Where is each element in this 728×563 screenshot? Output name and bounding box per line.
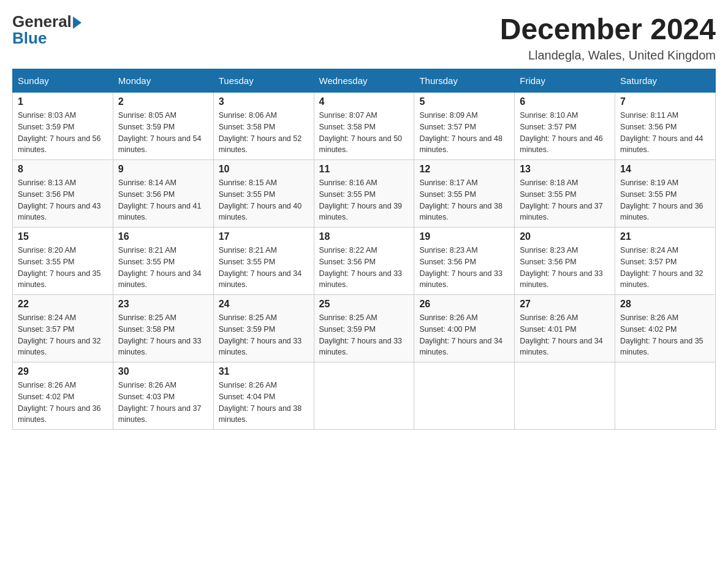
week-row-1: 1 Sunrise: 8:03 AM Sunset: 3:59 PM Dayli… [13,93,716,160]
calendar-cell: 8 Sunrise: 8:13 AM Sunset: 3:56 PM Dayli… [13,160,113,228]
day-info: Sunrise: 8:07 AM Sunset: 3:58 PM Dayligh… [319,110,409,156]
day-number: 13 [520,164,610,175]
day-info: Sunrise: 8:18 AM Sunset: 3:55 PM Dayligh… [520,177,610,223]
day-info: Sunrise: 8:26 AM Sunset: 4:02 PM Dayligh… [620,312,710,358]
day-info: Sunrise: 8:26 AM Sunset: 4:04 PM Dayligh… [219,380,309,426]
calendar-cell [515,362,615,430]
day-info: Sunrise: 8:23 AM Sunset: 3:56 PM Dayligh… [419,245,509,291]
day-number: 23 [118,299,208,310]
day-number: 16 [118,231,208,242]
day-info: Sunrise: 8:24 AM Sunset: 3:57 PM Dayligh… [620,245,710,291]
calendar-cell: 28 Sunrise: 8:26 AM Sunset: 4:02 PM Dayl… [615,295,716,362]
day-info: Sunrise: 8:03 AM Sunset: 3:59 PM Dayligh… [18,110,108,156]
calendar-cell [314,362,414,430]
calendar-cell: 27 Sunrise: 8:26 AM Sunset: 4:01 PM Dayl… [515,295,615,362]
day-info: Sunrise: 8:21 AM Sunset: 3:55 PM Dayligh… [219,245,309,291]
day-number: 22 [18,299,108,310]
calendar-cell: 5 Sunrise: 8:09 AM Sunset: 3:57 PM Dayli… [414,93,515,160]
location: Llandegla, Wales, United Kingdom [500,48,716,63]
calendar-cell: 6 Sunrise: 8:10 AM Sunset: 3:57 PM Dayli… [515,93,615,160]
calendar-cell: 22 Sunrise: 8:24 AM Sunset: 3:57 PM Dayl… [13,295,113,362]
day-number: 25 [319,299,409,310]
calendar-header-row: SundayMondayTuesdayWednesdayThursdayFrid… [13,69,716,93]
day-number: 21 [620,231,710,242]
calendar-cell: 18 Sunrise: 8:22 AM Sunset: 3:56 PM Dayl… [314,228,414,295]
calendar-cell: 29 Sunrise: 8:26 AM Sunset: 4:02 PM Dayl… [13,362,113,430]
day-info: Sunrise: 8:25 AM Sunset: 3:59 PM Dayligh… [219,312,309,358]
calendar-cell [414,362,515,430]
calendar-header-thursday: Thursday [414,69,515,93]
day-info: Sunrise: 8:26 AM Sunset: 4:03 PM Dayligh… [118,380,208,426]
month-title: December 2024 [500,12,716,46]
calendar-cell: 19 Sunrise: 8:23 AM Sunset: 3:56 PM Dayl… [414,228,515,295]
day-info: Sunrise: 8:20 AM Sunset: 3:55 PM Dayligh… [18,245,108,291]
day-info: Sunrise: 8:19 AM Sunset: 3:55 PM Dayligh… [620,177,710,223]
calendar-cell: 4 Sunrise: 8:07 AM Sunset: 3:58 PM Dayli… [314,93,414,160]
calendar-cell: 12 Sunrise: 8:17 AM Sunset: 3:55 PM Dayl… [414,160,515,228]
day-number: 28 [620,299,710,310]
day-number: 31 [219,366,309,377]
calendar-cell: 25 Sunrise: 8:25 AM Sunset: 3:59 PM Dayl… [314,295,414,362]
day-number: 30 [118,366,208,377]
day-info: Sunrise: 8:24 AM Sunset: 3:57 PM Dayligh… [18,312,108,358]
day-number: 2 [118,96,208,107]
calendar-cell [615,362,716,430]
calendar-cell: 31 Sunrise: 8:26 AM Sunset: 4:04 PM Dayl… [213,362,314,430]
day-info: Sunrise: 8:26 AM Sunset: 4:01 PM Dayligh… [520,312,610,358]
calendar-header-friday: Friday [515,69,615,93]
logo: General Blue [12,12,82,48]
calendar-cell: 17 Sunrise: 8:21 AM Sunset: 3:55 PM Dayl… [213,228,314,295]
calendar-cell: 26 Sunrise: 8:26 AM Sunset: 4:00 PM Dayl… [414,295,515,362]
day-number: 11 [319,164,409,175]
calendar-header-sunday: Sunday [13,69,113,93]
calendar-cell: 14 Sunrise: 8:19 AM Sunset: 3:55 PM Dayl… [615,160,716,228]
week-row-2: 8 Sunrise: 8:13 AM Sunset: 3:56 PM Dayli… [13,160,716,228]
calendar-table: SundayMondayTuesdayWednesdayThursdayFrid… [12,69,716,430]
day-number: 26 [419,299,509,310]
day-number: 29 [18,366,108,377]
calendar-cell: 7 Sunrise: 8:11 AM Sunset: 3:56 PM Dayli… [615,93,716,160]
day-number: 27 [520,299,610,310]
day-number: 20 [520,231,610,242]
calendar-cell: 20 Sunrise: 8:23 AM Sunset: 3:56 PM Dayl… [515,228,615,295]
calendar-cell: 24 Sunrise: 8:25 AM Sunset: 3:59 PM Dayl… [213,295,314,362]
day-number: 4 [319,96,409,107]
day-number: 9 [118,164,208,175]
calendar-cell: 30 Sunrise: 8:26 AM Sunset: 4:03 PM Dayl… [113,362,213,430]
day-info: Sunrise: 8:17 AM Sunset: 3:55 PM Dayligh… [419,177,509,223]
day-number: 15 [18,231,108,242]
day-number: 6 [520,96,610,107]
week-row-5: 29 Sunrise: 8:26 AM Sunset: 4:02 PM Dayl… [13,362,716,430]
calendar-cell: 23 Sunrise: 8:25 AM Sunset: 3:58 PM Dayl… [113,295,213,362]
day-number: 14 [620,164,710,175]
calendar-cell: 2 Sunrise: 8:05 AM Sunset: 3:59 PM Dayli… [113,93,213,160]
day-number: 12 [419,164,509,175]
calendar-cell: 15 Sunrise: 8:20 AM Sunset: 3:55 PM Dayl… [13,228,113,295]
day-number: 7 [620,96,710,107]
day-info: Sunrise: 8:23 AM Sunset: 3:56 PM Dayligh… [520,245,610,291]
day-number: 19 [419,231,509,242]
calendar-header-tuesday: Tuesday [213,69,314,93]
day-number: 18 [319,231,409,242]
calendar-cell: 10 Sunrise: 8:15 AM Sunset: 3:55 PM Dayl… [213,160,314,228]
calendar-cell: 9 Sunrise: 8:14 AM Sunset: 3:56 PM Dayli… [113,160,213,228]
day-info: Sunrise: 8:22 AM Sunset: 3:56 PM Dayligh… [319,245,409,291]
day-number: 17 [219,231,309,242]
day-info: Sunrise: 8:11 AM Sunset: 3:56 PM Dayligh… [620,110,710,156]
day-info: Sunrise: 8:25 AM Sunset: 3:58 PM Dayligh… [118,312,208,358]
calendar-cell: 11 Sunrise: 8:16 AM Sunset: 3:55 PM Dayl… [314,160,414,228]
calendar-cell: 21 Sunrise: 8:24 AM Sunset: 3:57 PM Dayl… [615,228,716,295]
calendar-cell: 13 Sunrise: 8:18 AM Sunset: 3:55 PM Dayl… [515,160,615,228]
day-number: 24 [219,299,309,310]
day-info: Sunrise: 8:25 AM Sunset: 3:59 PM Dayligh… [319,312,409,358]
day-info: Sunrise: 8:26 AM Sunset: 4:00 PM Dayligh… [419,312,509,358]
logo-arrow-icon [73,17,82,29]
day-number: 5 [419,96,509,107]
calendar-header-wednesday: Wednesday [314,69,414,93]
day-number: 1 [18,96,108,107]
week-row-3: 15 Sunrise: 8:20 AM Sunset: 3:55 PM Dayl… [13,228,716,295]
page-header: General Blue December 2024 Llandegla, Wa… [12,12,716,63]
day-info: Sunrise: 8:09 AM Sunset: 3:57 PM Dayligh… [419,110,509,156]
day-info: Sunrise: 8:14 AM Sunset: 3:56 PM Dayligh… [118,177,208,223]
calendar-cell: 3 Sunrise: 8:06 AM Sunset: 3:58 PM Dayli… [213,93,314,160]
